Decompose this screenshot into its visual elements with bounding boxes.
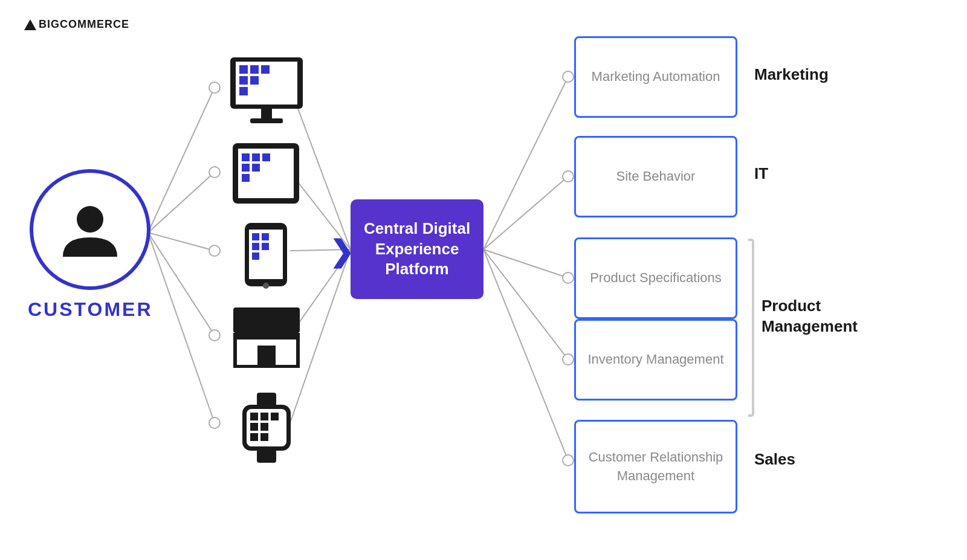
logo: BIGCOMMERCE xyxy=(24,18,129,31)
svg-point-24 xyxy=(563,455,574,466)
svg-rect-40 xyxy=(262,153,270,161)
svg-rect-67 xyxy=(271,413,279,420)
svg-rect-30 xyxy=(261,65,270,74)
svg-point-7 xyxy=(209,245,220,256)
svg-rect-29 xyxy=(250,65,259,74)
box-marketing-automation: Marketing Automation xyxy=(574,36,737,118)
platform-text: Central Digital Experience Platform xyxy=(360,219,474,280)
product-management-bracket xyxy=(748,239,754,417)
svg-point-9 xyxy=(209,417,220,428)
svg-rect-71 xyxy=(260,433,268,441)
svg-rect-70 xyxy=(250,433,258,441)
svg-point-22 xyxy=(563,272,574,283)
svg-rect-28 xyxy=(239,65,248,74)
box-crm: Customer Relationship Management xyxy=(574,420,737,513)
box-inventory-text: Inventory Management xyxy=(587,350,723,369)
svg-point-6 xyxy=(209,167,220,178)
device-store xyxy=(228,304,305,373)
svg-point-5 xyxy=(209,82,220,93)
store-icon xyxy=(228,304,305,371)
device-tablet xyxy=(230,140,302,209)
svg-point-20 xyxy=(563,71,574,82)
svg-point-23 xyxy=(563,354,574,365)
device-phone xyxy=(242,220,290,292)
box-inventory: Inventory Management xyxy=(574,319,737,401)
box-product-specs-text: Product Specifications xyxy=(590,269,722,288)
svg-rect-32 xyxy=(250,76,259,85)
box-marketing-automation-text: Marketing Automation xyxy=(592,68,720,86)
device-monitor xyxy=(227,54,306,126)
monitor-icon xyxy=(227,54,306,124)
customer-circle xyxy=(30,169,150,290)
svg-rect-61 xyxy=(257,393,276,406)
customer-label: CUSTOMER xyxy=(28,298,153,321)
box-crm-text: Customer Relationship Management xyxy=(583,448,728,486)
svg-rect-62 xyxy=(257,449,276,463)
svg-rect-66 xyxy=(260,413,268,420)
svg-point-21 xyxy=(563,171,574,182)
tablet-icon xyxy=(230,140,302,207)
svg-line-4 xyxy=(148,233,215,423)
label-it: IT xyxy=(754,164,768,183)
svg-point-51 xyxy=(263,283,269,289)
svg-rect-65 xyxy=(250,413,258,420)
svg-rect-60 xyxy=(257,346,276,365)
svg-line-2 xyxy=(148,233,215,251)
svg-rect-50 xyxy=(252,253,259,260)
svg-rect-42 xyxy=(252,164,260,172)
customer-avatar-icon xyxy=(57,196,123,263)
box-product-specs: Product Specifications xyxy=(574,237,737,319)
phone-icon xyxy=(242,220,290,289)
platform-box: Central Digital Experience Platform xyxy=(351,199,484,299)
svg-rect-38 xyxy=(242,153,250,161)
svg-rect-41 xyxy=(242,164,250,172)
watch-icon xyxy=(238,391,296,464)
label-sales: Sales xyxy=(754,450,795,469)
svg-point-25 xyxy=(77,206,103,233)
svg-rect-43 xyxy=(242,174,250,182)
svg-point-8 xyxy=(209,330,220,341)
svg-line-3 xyxy=(148,233,215,335)
svg-line-1 xyxy=(148,172,215,233)
svg-line-19 xyxy=(484,249,568,460)
svg-rect-39 xyxy=(252,153,260,161)
logo-text: BIGCOMMERCE xyxy=(39,18,129,31)
customer-section: CUSTOMER xyxy=(28,169,153,321)
svg-rect-31 xyxy=(239,76,248,85)
svg-rect-68 xyxy=(250,423,258,431)
svg-line-16 xyxy=(484,176,568,249)
label-marketing: Marketing xyxy=(754,65,829,84)
box-site-behavior: Site Behavior xyxy=(574,136,737,217)
box-site-behavior-text: Site Behavior xyxy=(616,167,696,186)
svg-rect-35 xyxy=(250,118,283,123)
svg-rect-49 xyxy=(262,243,269,250)
svg-line-17 xyxy=(484,249,568,278)
svg-line-15 xyxy=(484,77,568,249)
svg-line-18 xyxy=(484,249,568,359)
svg-rect-47 xyxy=(262,233,269,240)
chevron-icon: ❯ xyxy=(329,234,354,268)
svg-rect-46 xyxy=(252,233,259,240)
label-product-management: ProductManagement xyxy=(762,296,858,337)
svg-rect-34 xyxy=(261,109,272,118)
device-watch xyxy=(238,391,296,466)
svg-rect-33 xyxy=(239,87,248,95)
svg-rect-69 xyxy=(260,423,268,431)
svg-rect-48 xyxy=(252,243,259,250)
svg-line-0 xyxy=(148,88,215,233)
logo-icon xyxy=(24,19,36,30)
